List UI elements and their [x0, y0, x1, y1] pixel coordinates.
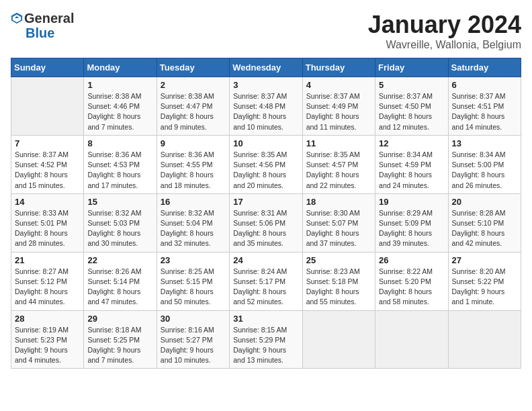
day-number: 4 [306, 80, 371, 90]
weekday-header: Wednesday [230, 58, 302, 77]
calendar-cell: 6Sunrise: 8:37 AM Sunset: 4:51 PM Daylig… [448, 77, 521, 136]
calendar-cell: 15Sunrise: 8:32 AM Sunset: 5:03 PM Dayli… [84, 193, 157, 252]
calendar-cell: 25Sunrise: 8:23 AM Sunset: 5:18 PM Dayli… [302, 252, 375, 310]
day-number: 15 [87, 197, 152, 207]
calendar-subtitle: Wavreille, Wallonia, Belgium [368, 39, 521, 51]
day-info: Sunrise: 8:37 AM Sunset: 4:51 PM Dayligh… [452, 91, 517, 132]
day-info: Sunrise: 8:37 AM Sunset: 4:52 PM Dayligh… [15, 150, 80, 191]
day-number: 17 [233, 197, 298, 207]
day-info: Sunrise: 8:36 AM Sunset: 4:53 PM Dayligh… [87, 150, 152, 191]
day-number: 1 [87, 80, 152, 90]
day-info: Sunrise: 8:29 AM Sunset: 5:09 PM Dayligh… [379, 208, 444, 249]
day-info: Sunrise: 8:38 AM Sunset: 4:47 PM Dayligh… [161, 91, 226, 132]
calendar-cell: 12Sunrise: 8:34 AM Sunset: 4:59 PM Dayli… [375, 135, 448, 193]
calendar-cell: 13Sunrise: 8:34 AM Sunset: 5:00 PM Dayli… [448, 135, 521, 193]
day-info: Sunrise: 8:25 AM Sunset: 5:15 PM Dayligh… [161, 267, 226, 308]
day-number: 23 [161, 255, 226, 265]
calendar-cell: 26Sunrise: 8:22 AM Sunset: 5:20 PM Dayli… [375, 252, 448, 310]
weekday-header: Tuesday [157, 58, 229, 77]
weekday-header: Monday [84, 58, 157, 77]
day-info: Sunrise: 8:30 AM Sunset: 5:07 PM Dayligh… [306, 208, 371, 249]
day-number: 31 [233, 314, 298, 324]
day-info: Sunrise: 8:36 AM Sunset: 4:55 PM Dayligh… [161, 150, 226, 191]
day-number: 6 [452, 80, 517, 90]
calendar-cell: 28Sunrise: 8:19 AM Sunset: 5:23 PM Dayli… [11, 310, 84, 369]
logo: General Blue [11, 11, 74, 40]
day-info: Sunrise: 8:20 AM Sunset: 5:22 PM Dayligh… [452, 267, 517, 308]
calendar-cell: 5Sunrise: 8:37 AM Sunset: 4:50 PM Daylig… [375, 77, 448, 136]
day-info: Sunrise: 8:32 AM Sunset: 5:03 PM Dayligh… [87, 208, 152, 249]
weekday-header: Thursday [302, 58, 375, 77]
day-info: Sunrise: 8:32 AM Sunset: 5:04 PM Dayligh… [161, 208, 226, 249]
day-number: 2 [161, 80, 226, 90]
day-info: Sunrise: 8:27 AM Sunset: 5:12 PM Dayligh… [15, 267, 80, 308]
day-info: Sunrise: 8:38 AM Sunset: 4:46 PM Dayligh… [87, 91, 152, 132]
day-number: 18 [306, 197, 371, 207]
calendar-cell: 10Sunrise: 8:35 AM Sunset: 4:56 PM Dayli… [230, 135, 302, 193]
day-number: 19 [379, 197, 444, 207]
calendar-cell: 16Sunrise: 8:32 AM Sunset: 5:04 PM Dayli… [157, 193, 229, 252]
day-info: Sunrise: 8:23 AM Sunset: 5:18 PM Dayligh… [306, 267, 371, 308]
day-number: 22 [87, 255, 152, 265]
day-info: Sunrise: 8:37 AM Sunset: 4:48 PM Dayligh… [233, 91, 298, 132]
calendar-cell: 27Sunrise: 8:20 AM Sunset: 5:22 PM Dayli… [448, 252, 521, 310]
day-info: Sunrise: 8:34 AM Sunset: 5:00 PM Dayligh… [452, 150, 517, 191]
calendar-cell [375, 310, 448, 369]
logo-icon [11, 12, 23, 24]
title-block: January 2024 Wavreille, Wallonia, Belgiu… [368, 11, 521, 51]
day-info: Sunrise: 8:19 AM Sunset: 5:23 PM Dayligh… [15, 325, 80, 366]
day-number: 5 [379, 80, 444, 90]
day-info: Sunrise: 8:35 AM Sunset: 4:57 PM Dayligh… [306, 150, 371, 191]
day-number: 29 [87, 314, 152, 324]
day-number: 8 [87, 138, 152, 148]
calendar-cell: 1Sunrise: 8:38 AM Sunset: 4:46 PM Daylig… [84, 77, 157, 136]
calendar-cell: 29Sunrise: 8:18 AM Sunset: 5:25 PM Dayli… [84, 310, 157, 369]
day-number: 16 [161, 197, 226, 207]
weekday-header: Friday [375, 58, 448, 77]
day-info: Sunrise: 8:22 AM Sunset: 5:20 PM Dayligh… [379, 267, 444, 308]
day-number: 9 [161, 138, 226, 148]
day-number: 14 [15, 197, 80, 207]
day-info: Sunrise: 8:37 AM Sunset: 4:50 PM Dayligh… [379, 91, 444, 132]
calendar-cell [11, 77, 84, 136]
day-info: Sunrise: 8:31 AM Sunset: 5:06 PM Dayligh… [233, 208, 298, 249]
day-info: Sunrise: 8:18 AM Sunset: 5:25 PM Dayligh… [87, 325, 152, 366]
day-info: Sunrise: 8:16 AM Sunset: 5:27 PM Dayligh… [161, 325, 226, 366]
day-number: 30 [161, 314, 226, 324]
calendar-cell: 8Sunrise: 8:36 AM Sunset: 4:53 PM Daylig… [84, 135, 157, 193]
calendar-cell: 2Sunrise: 8:38 AM Sunset: 4:47 PM Daylig… [157, 77, 229, 136]
day-number: 12 [379, 138, 444, 148]
calendar-cell: 19Sunrise: 8:29 AM Sunset: 5:09 PM Dayli… [375, 193, 448, 252]
day-number: 13 [452, 138, 517, 148]
calendar-cell: 18Sunrise: 8:30 AM Sunset: 5:07 PM Dayli… [302, 193, 375, 252]
calendar-title: January 2024 [368, 11, 521, 39]
calendar-cell: 9Sunrise: 8:36 AM Sunset: 4:55 PM Daylig… [157, 135, 229, 193]
day-info: Sunrise: 8:35 AM Sunset: 4:56 PM Dayligh… [233, 150, 298, 191]
day-number: 27 [452, 255, 517, 265]
day-number: 21 [15, 255, 80, 265]
day-number: 7 [15, 138, 80, 148]
day-number: 26 [379, 255, 444, 265]
calendar-cell: 23Sunrise: 8:25 AM Sunset: 5:15 PM Dayli… [157, 252, 229, 310]
calendar-cell: 20Sunrise: 8:28 AM Sunset: 5:10 PM Dayli… [448, 193, 521, 252]
calendar-cell: 4Sunrise: 8:37 AM Sunset: 4:49 PM Daylig… [302, 77, 375, 136]
day-info: Sunrise: 8:37 AM Sunset: 4:49 PM Dayligh… [306, 91, 371, 132]
logo-blue-text: Blue [26, 26, 74, 40]
day-info: Sunrise: 8:24 AM Sunset: 5:17 PM Dayligh… [233, 267, 298, 308]
calendar-cell: 21Sunrise: 8:27 AM Sunset: 5:12 PM Dayli… [11, 252, 84, 310]
day-number: 25 [306, 255, 371, 265]
day-info: Sunrise: 8:15 AM Sunset: 5:29 PM Dayligh… [233, 325, 298, 366]
day-number: 20 [452, 197, 517, 207]
day-number: 3 [233, 80, 298, 90]
calendar-header: SundayMondayTuesdayWednesdayThursdayFrid… [11, 58, 521, 77]
day-info: Sunrise: 8:34 AM Sunset: 4:59 PM Dayligh… [379, 150, 444, 191]
day-info: Sunrise: 8:26 AM Sunset: 5:14 PM Dayligh… [87, 267, 152, 308]
weekday-header: Saturday [448, 58, 521, 77]
calendar-cell: 30Sunrise: 8:16 AM Sunset: 5:27 PM Dayli… [157, 310, 229, 369]
day-number: 11 [306, 138, 371, 148]
day-info: Sunrise: 8:33 AM Sunset: 5:01 PM Dayligh… [15, 208, 80, 249]
weekday-header: Sunday [11, 58, 84, 77]
calendar-cell [302, 310, 375, 369]
page-header: General Blue January 2024 Wavreille, Wal… [11, 11, 521, 51]
logo-general-text: General [24, 11, 74, 26]
